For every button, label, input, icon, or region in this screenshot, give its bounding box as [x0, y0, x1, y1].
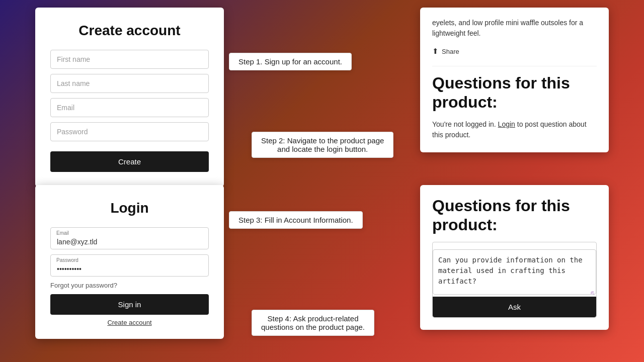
step2-bubble: Step 2: Navigate to the product pageand …: [252, 132, 393, 158]
create-account-link[interactable]: Create account: [50, 319, 209, 326]
resize-icon: [587, 288, 594, 295]
question-box: Can you provide information on the mater…: [432, 242, 597, 318]
step4-bubble: Step 4: Ask product-relatedquestions on …: [252, 310, 374, 336]
login-link[interactable]: Login: [498, 120, 515, 128]
create-button[interactable]: Create: [50, 151, 209, 172]
email-input-group: Email: [50, 227, 209, 249]
step1-bubble: Step 1. Sign up for an account.: [229, 53, 352, 70]
not-logged-prefix: You're not logged in.: [432, 120, 496, 128]
login-password-input[interactable]: [50, 254, 209, 277]
share-label: Share: [442, 48, 459, 55]
product-top-card: eyelets, and low profile mini waffle out…: [420, 8, 609, 152]
share-button[interactable]: ⬆ Share: [432, 47, 459, 56]
ask-button[interactable]: Ask: [433, 297, 596, 317]
step3-text: Step 3: Fill in Account Information.: [238, 216, 353, 224]
product-description: eyelets, and low profile mini waffle out…: [432, 18, 597, 39]
step1-text: Step 1. Sign up for an account.: [238, 57, 342, 66]
questions-title-bottom: Questions for this product:: [432, 196, 597, 235]
create-account-card: Create account Create: [35, 8, 224, 187]
email-input[interactable]: [50, 98, 209, 117]
login-title: Login: [50, 200, 209, 216]
question-textarea[interactable]: Can you provide information on the mater…: [433, 249, 596, 295]
create-account-title: Create account: [50, 23, 209, 39]
questions-title-top: Questions for this product:: [432, 73, 597, 112]
product-bottom-card: Questions for this product: Can you prov…: [420, 185, 609, 330]
sign-in-button[interactable]: Sign in: [50, 294, 209, 315]
share-icon: ⬆: [432, 47, 439, 56]
not-logged-text: You're not logged in. Login to post ques…: [432, 119, 597, 140]
step2-text: Step 2: Navigate to the product pageand …: [261, 136, 384, 153]
password-input[interactable]: [50, 122, 209, 141]
login-card: Login Email Password Forgot your passwor…: [35, 185, 224, 339]
first-name-input[interactable]: [50, 50, 209, 69]
forgot-password-link[interactable]: Forgot your password?: [50, 282, 209, 289]
textarea-wrapper: Can you provide information on the mater…: [433, 249, 596, 297]
step4-text: Step 4: Ask product-relatedquestions on …: [261, 314, 365, 331]
password-input-group: Password: [50, 254, 209, 277]
login-email-input[interactable]: [50, 227, 209, 249]
divider: [432, 66, 597, 66]
step3-bubble: Step 3: Fill in Account Information.: [229, 211, 363, 229]
last-name-input[interactable]: [50, 74, 209, 93]
